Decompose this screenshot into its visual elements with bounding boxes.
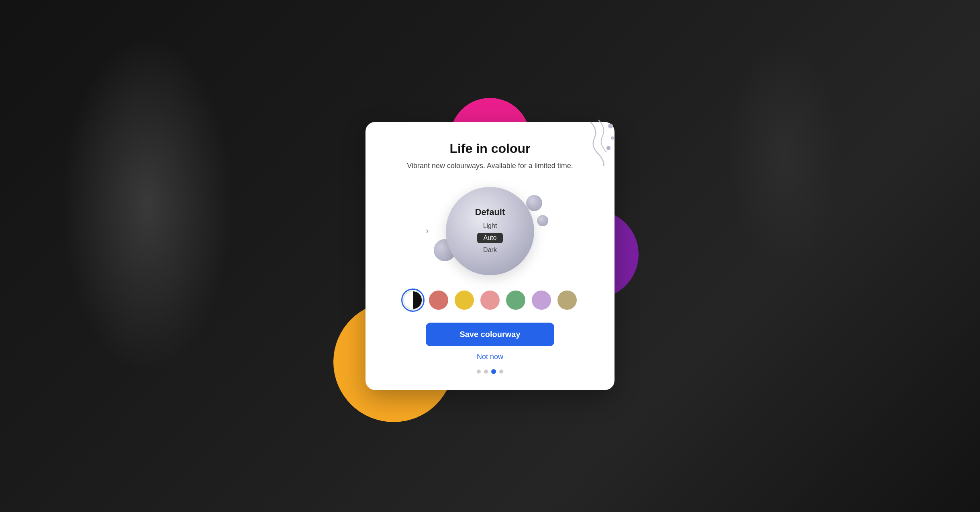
modal-overlay: Life in colour Vibrant new colourways. A… (0, 0, 980, 512)
pagination-dot-2 (484, 370, 488, 374)
modal-title: Life in colour (450, 141, 531, 156)
color-wheel-container: › Default Light Auto Dark (430, 183, 550, 279)
pagination-dot-1 (477, 370, 481, 374)
pagination-dot-3 (491, 369, 496, 374)
color-circle: Default Light Auto Dark (446, 187, 534, 275)
mode-auto[interactable]: Auto (477, 233, 503, 243)
pagination-dot-4 (499, 370, 503, 374)
prev-colorway-arrow[interactable]: › (426, 226, 429, 236)
mode-light[interactable]: Light (477, 221, 504, 231)
deco-circle-3 (537, 215, 548, 226)
mode-dark[interactable]: Dark (477, 245, 503, 255)
swatch-default[interactable] (403, 291, 423, 310)
svg-point-2 (606, 146, 610, 150)
not-now-link[interactable]: Not now (477, 353, 503, 361)
color-swatches (403, 291, 577, 310)
save-colourway-button[interactable]: Save colourway (426, 323, 554, 346)
mode-options: Light Auto Dark (477, 221, 504, 255)
swatch-yellow[interactable] (455, 291, 474, 310)
squiggle-decoration (586, 118, 619, 166)
swatch-coral[interactable] (429, 291, 448, 310)
pagination-dots (477, 369, 503, 374)
modal-subtitle: Vibrant new colourways. Available for a … (407, 162, 573, 170)
blob-orange (333, 302, 454, 422)
swatch-pink[interactable] (480, 291, 500, 310)
svg-point-0 (608, 124, 613, 128)
swatch-lavender[interactable] (532, 291, 551, 310)
colorway-name: Default (475, 207, 505, 217)
swatch-green[interactable] (506, 291, 525, 310)
modal-dialog: Life in colour Vibrant new colourways. A… (365, 122, 615, 390)
deco-circle-2 (526, 195, 542, 211)
blob-purple (550, 210, 639, 299)
swatch-khaki[interactable] (557, 291, 577, 310)
svg-point-1 (611, 136, 614, 140)
